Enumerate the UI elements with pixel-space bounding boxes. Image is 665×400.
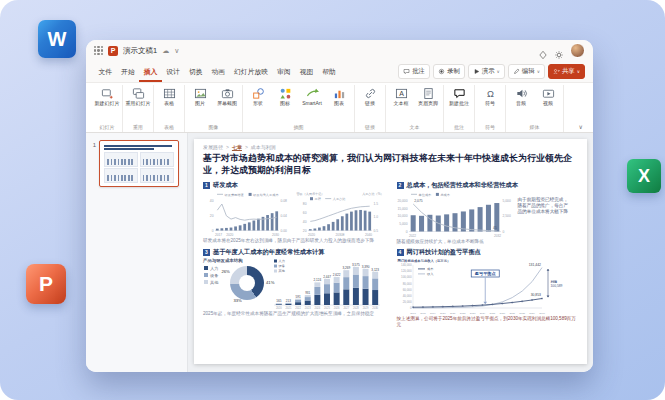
ribbon-symbol-button[interactable]: Ω符号 (477, 85, 503, 107)
ribbon-shapes-button[interactable]: 形状 (245, 85, 271, 107)
ribbon-button-label: 新建幻灯片 (95, 101, 120, 107)
svg-text:0: 0 (409, 306, 411, 310)
svg-text:10,000: 10,000 (397, 214, 407, 218)
slide-editor[interactable]: 发展路径 > 七章 > 成本与利润 基于对市场趋势和成本的研究测算，我们认为网订… (194, 139, 587, 364)
settings-gear-icon[interactable] (554, 46, 564, 56)
menu-tab-0[interactable]: 文件 (94, 62, 117, 82)
action-present-button[interactable]: 演示∨ (468, 64, 505, 79)
panel-rd-cost: 1 研发成本 402000.080.040.00201720202030研发费用… (203, 181, 385, 245)
chart-breakeven-lines[interactable]: 网订科技总成本与总收入（百万元）140,000120,000100,00080,… (397, 258, 575, 315)
menu-tab-2[interactable]: 插入 (139, 62, 162, 82)
svg-text:人工占比: 人工占比 (333, 197, 347, 201)
ribbon-table-button[interactable]: 表格 (156, 85, 182, 107)
menu-tab-3[interactable]: 设计 (162, 62, 185, 82)
action-comments-button[interactable]: 批注 (398, 64, 430, 79)
ribbon-collapse-chevron-icon[interactable]: ∨ (575, 121, 587, 132)
svg-text:营收（人民币十亿）: 营收（人民币十亿） (297, 192, 325, 196)
slide-canvas: 发展路径 > 七章 > 成本与利润 基于对市场趋势和成本的研究测算，我们认为网订… (188, 133, 593, 372)
ribbon-chart-button[interactable]: 图表 (326, 85, 352, 107)
svg-text:5,000: 5,000 (399, 222, 407, 226)
word-app-icon[interactable]: W (38, 20, 76, 58)
action-share-button[interactable]: 共享∨ (548, 64, 585, 79)
menu-tab-8[interactable]: 视图 (295, 62, 318, 82)
chart-rd-labor[interactable]: 806040201.51.00.520202030E2040营收（人民币十亿）人… (296, 191, 384, 237)
ribbon-header-footer-button[interactable]: 页眉页脚 (415, 85, 441, 107)
svg-text:2025: 2025 (324, 306, 330, 310)
svg-text:60: 60 (303, 211, 307, 215)
titlebar: P 演示文稿1 ☁ ∨ (86, 40, 593, 61)
ribbon-icons-button[interactable]: 图标 (272, 85, 298, 107)
svg-text:工程: 工程 (315, 197, 322, 201)
panel-caption: 随着规模效应持续扩大，单位成本不断降低 (397, 239, 579, 245)
screenshot-stage: W X P P 演示文稿1 ☁ ∨ 文件开始插入设计切换动画幻灯片放映审阅视图帮… (0, 0, 665, 400)
menu-tab-7[interactable]: 审阅 (273, 62, 296, 82)
menu-tab-1[interactable]: 开始 (117, 62, 140, 82)
chart-cost-structure-donut[interactable]: 产品与研发成本结构人力设备其他41%33%26% (203, 258, 267, 310)
ribbon-reuse-slides-button[interactable]: 重用幻灯片 (125, 85, 151, 107)
svg-text:2022: 2022 (459, 312, 465, 315)
panel-recurring-cost: 3 基于年度人工成本的年度经常性成本计算 产品与研发成本结构人力设备其他41%3… (203, 248, 385, 328)
breadcrumb-page[interactable]: 成本与利润 (251, 144, 276, 150)
thumb-title-line (104, 145, 172, 147)
panel-total-cost: 2 总成本，包括经营性成本和非经营性成本 20,00015,00010,0005… (397, 181, 579, 245)
ribbon-group-7: 新建批注批注 (444, 85, 475, 132)
action-label: 演示 (482, 67, 495, 76)
audio-icon (515, 87, 528, 100)
powerpoint-app-icon[interactable]: P (26, 264, 66, 304)
action-editing-mode-button[interactable]: 编辑∨ (508, 64, 545, 79)
panel-caption: 研发成本将在2025年左右达到顶峰，随后由于产品和研发人力投入的放缓而逐步下降 (203, 238, 385, 244)
ribbon-group-label: 表格 (164, 123, 174, 132)
document-title[interactable]: 演示文稿1 (123, 46, 157, 56)
action-record-button[interactable]: 录制 (433, 64, 465, 79)
cloud-saved-icon: ☁ (162, 47, 169, 54)
svg-text:80: 80 (303, 202, 307, 206)
header-footer-icon (422, 87, 435, 100)
app-launcher-icon[interactable] (94, 46, 103, 55)
ribbon-smartart-button[interactable]: SmartArt (299, 85, 325, 107)
ribbon-new-comment-button[interactable]: 新建批注 (446, 85, 472, 107)
svg-text:2023: 2023 (469, 312, 475, 315)
chart-total-cost[interactable]: 20,00015,00010,0005,00005,0002,50002,075… (397, 191, 513, 238)
ribbon-video-button[interactable]: 视频 (535, 85, 561, 107)
chart-recurring-stacked[interactable]: 16520202132021591202293120232,12420242,4… (272, 258, 382, 310)
svg-text:研发费用增速: 研发费用增速 (225, 192, 244, 196)
ribbon-button-label: 屏幕截图 (217, 101, 237, 107)
svg-text:80,000: 80,000 (402, 281, 411, 285)
chart-rd-cost[interactable]: 402000.080.040.00201720202030研发费用增速研发相关人… (203, 191, 291, 237)
menu-tab-9[interactable]: 帮助 (318, 62, 341, 82)
svg-text:3,123: 3,123 (371, 267, 379, 271)
svg-text:A: A (399, 90, 404, 97)
svg-text:2024: 2024 (314, 306, 320, 310)
svg-text:1.5: 1.5 (374, 202, 379, 206)
record-icon (438, 68, 445, 75)
premium-icon[interactable] (538, 46, 548, 56)
breadcrumb-root[interactable]: 发展路径 (203, 144, 223, 150)
thumb-chart (140, 152, 174, 167)
menu-tab-5[interactable]: 动画 (207, 62, 230, 82)
ribbon-textbox-button[interactable]: A文本框 (388, 85, 414, 107)
ribbon-link-button[interactable]: 链接 (357, 85, 383, 107)
ribbon-pictures-button[interactable]: 图片 (187, 85, 213, 107)
menu-tab-4[interactable]: 切换 (184, 62, 207, 82)
user-avatar[interactable] (570, 43, 585, 58)
slide-thumbnail[interactable] (99, 140, 179, 187)
svg-text:2030: 2030 (372, 306, 378, 310)
ribbon-screenshot-button[interactable]: 屏幕截图 (214, 85, 240, 107)
svg-text:2018: 2018 (420, 312, 426, 315)
ribbon-button-label: 新建批注 (449, 101, 469, 107)
svg-text:20,000: 20,000 (397, 199, 407, 203)
breadcrumb-section[interactable]: 七章 (232, 144, 242, 150)
title-chevron-icon[interactable]: ∨ (174, 47, 179, 54)
svg-text:人力: 人力 (279, 259, 285, 263)
menu-tab-6[interactable]: 幻灯片放映 (230, 62, 273, 82)
svg-text:3,575: 3,575 (352, 263, 360, 267)
powerpoint-logo-icon: P (108, 46, 118, 56)
excel-app-icon[interactable]: X (627, 159, 661, 193)
ribbon-new-slide-button[interactable]: 新建幻灯片 (94, 85, 120, 107)
slide-title-textbox[interactable]: 基于对市场趋势和成本的研究测算，我们认为网订科技将在未来十年中快速成长为行业领先… (203, 153, 578, 177)
svg-text:15,000: 15,000 (397, 207, 407, 211)
thumb-chart (104, 168, 138, 183)
ribbon-audio-button[interactable]: 音频 (508, 85, 534, 107)
ribbon-group-2: 表格表格 (154, 85, 185, 132)
svg-text:60,000: 60,000 (402, 287, 411, 291)
